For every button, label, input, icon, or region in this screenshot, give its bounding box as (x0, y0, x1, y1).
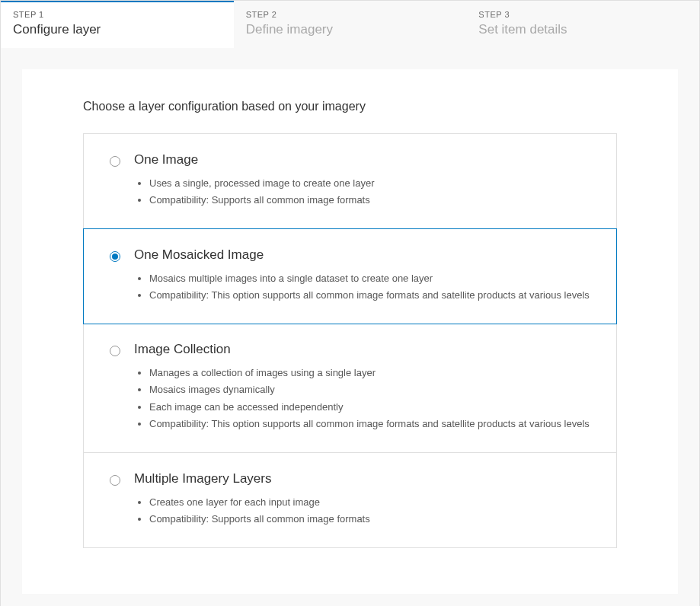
step-label: STEP 3 (478, 10, 687, 19)
option-bullets: Mosaics multiple images into a single da… (134, 270, 598, 304)
option-title: One Mosaicked Image (134, 247, 598, 263)
option-bullets: Manages a collection of images using a s… (134, 365, 598, 432)
option-bullets: Creates one layer for each input image C… (134, 494, 598, 528)
option-bullet: Compatibility: This option supports all … (149, 287, 598, 304)
step-set-item-details[interactable]: STEP 3 Set item details (466, 1, 699, 48)
option-bullet: Compatibility: Supports all common image… (149, 511, 598, 528)
radio-icon (110, 156, 120, 167)
radio-icon (110, 251, 120, 262)
option-bullet: Compatibility: This option supports all … (149, 416, 598, 432)
option-multiple-imagery-layers[interactable]: Multiple Imagery Layers Creates one laye… (84, 453, 616, 547)
option-body: One Image Uses a single, processed image… (134, 152, 598, 209)
wizard-container: STEP 1 Configure layer STEP 2 Define ima… (0, 0, 700, 606)
radio-icon (110, 346, 120, 356)
step-define-imagery[interactable]: STEP 2 Define imagery (234, 1, 467, 48)
option-bullet: Creates one layer for each input image (149, 494, 598, 511)
option-bullets: Uses a single, processed image to create… (134, 175, 598, 209)
step-title: Configure layer (13, 22, 222, 37)
step-label: STEP 2 (246, 10, 455, 19)
option-title: Multiple Imagery Layers (134, 471, 598, 486)
panel-heading: Choose a layer configuration based on yo… (83, 100, 617, 113)
option-bullet: Compatibility: Supports all common image… (149, 192, 598, 209)
option-image-collection[interactable]: Image Collection Manages a collection of… (84, 324, 616, 452)
step-configure-layer[interactable]: STEP 1 Configure layer (1, 1, 234, 48)
option-one-mosaicked-image[interactable]: One Mosaicked Image Mosaics multiple ima… (83, 228, 617, 324)
layer-config-options: One Image Uses a single, processed image… (83, 133, 617, 548)
option-body: One Mosaicked Image Mosaics multiple ima… (134, 247, 598, 304)
option-bullet: Uses a single, processed image to create… (149, 175, 598, 192)
option-title: One Image (134, 152, 598, 167)
option-body: Image Collection Manages a collection of… (134, 342, 598, 432)
option-bullet: Manages a collection of images using a s… (149, 365, 598, 381)
option-body: Multiple Imagery Layers Creates one laye… (134, 471, 598, 528)
radio-icon (110, 475, 120, 486)
option-bullet: Mosaics multiple images into a single da… (149, 270, 598, 287)
option-one-image[interactable]: One Image Uses a single, processed image… (84, 134, 616, 229)
option-bullet: Each image can be accessed independently (149, 399, 598, 416)
step-title: Set item details (478, 22, 687, 37)
step-title: Define imagery (246, 22, 455, 37)
option-bullet: Mosaics images dynamically (149, 381, 598, 398)
option-title: Image Collection (134, 342, 598, 357)
step-label: STEP 1 (13, 10, 222, 19)
content-area: Choose a layer configuration based on yo… (1, 48, 699, 606)
panel: Choose a layer configuration based on yo… (22, 69, 678, 594)
stepper: STEP 1 Configure layer STEP 2 Define ima… (1, 1, 699, 48)
